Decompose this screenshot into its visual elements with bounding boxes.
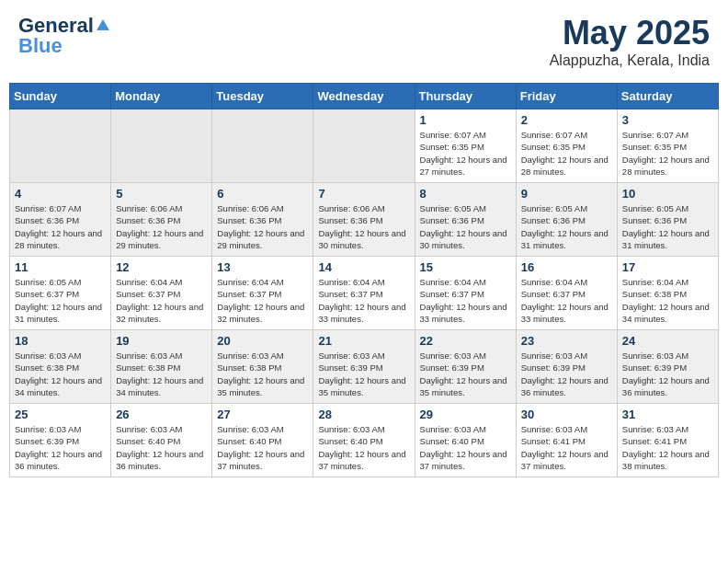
column-header-sunday: Sunday — [10, 84, 111, 109]
column-header-saturday: Saturday — [617, 84, 718, 109]
day-number: 21 — [318, 334, 409, 348]
day-number: 28 — [318, 408, 409, 421]
day-number: 6 — [217, 187, 308, 201]
calendar-cell-30: 30Sunrise: 6:03 AMSunset: 6:41 PMDayligh… — [516, 404, 617, 477]
day-number: 15 — [420, 260, 511, 274]
day-number: 13 — [217, 260, 308, 274]
day-info: Sunrise: 6:07 AMSunset: 6:35 PMDaylight:… — [420, 129, 511, 178]
day-number: 11 — [15, 260, 106, 274]
day-number: 22 — [420, 334, 511, 348]
month-year: May 2025 — [550, 14, 710, 52]
day-number: 1 — [420, 113, 511, 127]
calendar-cell-17: 17Sunrise: 6:04 AMSunset: 6:38 PMDayligh… — [617, 257, 718, 330]
title-section: May 2025 Alappuzha, Kerala, India — [550, 14, 710, 69]
calendar-cell-24: 24Sunrise: 6:03 AMSunset: 6:39 PMDayligh… — [617, 330, 718, 404]
calendar-cell-31: 31Sunrise: 6:03 AMSunset: 6:41 PMDayligh… — [617, 404, 718, 477]
calendar-cell-4: 4Sunrise: 6:07 AMSunset: 6:36 PMDaylight… — [10, 183, 111, 257]
column-header-monday: Monday — [111, 84, 212, 109]
calendar-cell-1: 1Sunrise: 6:07 AMSunset: 6:35 PMDaylight… — [415, 109, 516, 183]
calendar-cell-15: 15Sunrise: 6:04 AMSunset: 6:37 PMDayligh… — [415, 257, 516, 330]
day-number: 9 — [521, 187, 612, 201]
day-number: 19 — [116, 334, 207, 348]
day-number: 8 — [420, 187, 511, 201]
calendar-cell-10: 10Sunrise: 6:05 AMSunset: 6:36 PMDayligh… — [617, 183, 718, 257]
day-info: Sunrise: 6:04 AMSunset: 6:38 PMDaylight:… — [622, 276, 713, 325]
calendar-cell-23: 23Sunrise: 6:03 AMSunset: 6:39 PMDayligh… — [516, 330, 617, 404]
calendar-week-3: 11Sunrise: 6:05 AMSunset: 6:37 PMDayligh… — [10, 257, 719, 330]
day-info: Sunrise: 6:03 AMSunset: 6:40 PMDaylight:… — [116, 423, 207, 472]
day-number: 2 — [521, 113, 612, 127]
day-number: 29 — [420, 408, 511, 421]
logo-blue: Blue — [18, 34, 63, 58]
day-number: 7 — [318, 187, 409, 201]
calendar-cell-12: 12Sunrise: 6:04 AMSunset: 6:37 PMDayligh… — [111, 257, 212, 330]
logo-icon — [95, 17, 111, 34]
calendar-cell-18: 18Sunrise: 6:03 AMSunset: 6:38 PMDayligh… — [10, 330, 111, 404]
calendar-cell-5: 5Sunrise: 6:06 AMSunset: 6:36 PMDaylight… — [111, 183, 212, 257]
day-info: Sunrise: 6:07 AMSunset: 6:35 PMDaylight:… — [521, 129, 612, 178]
day-info: Sunrise: 6:03 AMSunset: 6:39 PMDaylight:… — [318, 350, 409, 398]
day-number: 16 — [521, 260, 612, 274]
day-number: 30 — [521, 408, 612, 421]
calendar-cell-16: 16Sunrise: 6:04 AMSunset: 6:37 PMDayligh… — [516, 257, 617, 330]
column-header-wednesday: Wednesday — [313, 84, 415, 109]
column-header-thursday: Thursday — [415, 84, 516, 109]
calendar-cell-empty — [212, 109, 313, 183]
day-number: 4 — [15, 187, 106, 201]
day-number: 14 — [318, 260, 409, 274]
calendar-cell-empty — [10, 109, 111, 183]
calendar-cell-6: 6Sunrise: 6:06 AMSunset: 6:36 PMDaylight… — [212, 183, 313, 257]
calendar-cell-29: 29Sunrise: 6:03 AMSunset: 6:40 PMDayligh… — [415, 404, 516, 477]
day-number: 10 — [622, 187, 713, 201]
day-number: 18 — [15, 334, 106, 348]
day-number: 12 — [116, 260, 207, 274]
calendar-cell-11: 11Sunrise: 6:05 AMSunset: 6:37 PMDayligh… — [10, 257, 111, 330]
day-info: Sunrise: 6:05 AMSunset: 6:37 PMDaylight:… — [15, 276, 106, 325]
calendar-cell-empty — [313, 109, 415, 183]
calendar-week-1: 1Sunrise: 6:07 AMSunset: 6:35 PMDaylight… — [10, 109, 719, 183]
calendar-week-2: 4Sunrise: 6:07 AMSunset: 6:36 PMDaylight… — [10, 183, 719, 257]
svg-marker-0 — [97, 19, 109, 30]
calendar-week-4: 18Sunrise: 6:03 AMSunset: 6:38 PMDayligh… — [10, 330, 719, 404]
calendar-cell-28: 28Sunrise: 6:03 AMSunset: 6:40 PMDayligh… — [313, 404, 415, 477]
day-info: Sunrise: 6:03 AMSunset: 6:39 PMDaylight:… — [622, 350, 713, 398]
calendar-cell-empty — [111, 109, 212, 183]
location: Alappuzha, Kerala, India — [550, 52, 710, 69]
day-number: 23 — [521, 334, 612, 348]
day-info: Sunrise: 6:03 AMSunset: 6:41 PMDaylight:… — [521, 423, 612, 472]
calendar-cell-3: 3Sunrise: 6:07 AMSunset: 6:35 PMDaylight… — [617, 109, 718, 183]
day-info: Sunrise: 6:04 AMSunset: 6:37 PMDaylight:… — [217, 276, 308, 325]
day-info: Sunrise: 6:03 AMSunset: 6:40 PMDaylight:… — [318, 423, 409, 472]
day-info: Sunrise: 6:04 AMSunset: 6:37 PMDaylight:… — [116, 276, 207, 325]
day-info: Sunrise: 6:07 AMSunset: 6:36 PMDaylight:… — [15, 202, 106, 251]
day-number: 20 — [217, 334, 308, 348]
day-info: Sunrise: 6:03 AMSunset: 6:38 PMDaylight:… — [116, 350, 207, 398]
day-number: 27 — [217, 408, 308, 421]
calendar-cell-9: 9Sunrise: 6:05 AMSunset: 6:36 PMDaylight… — [516, 183, 617, 257]
calendar-cell-2: 2Sunrise: 6:07 AMSunset: 6:35 PMDaylight… — [516, 109, 617, 183]
day-info: Sunrise: 6:03 AMSunset: 6:40 PMDaylight:… — [217, 423, 308, 472]
day-info: Sunrise: 6:03 AMSunset: 6:39 PMDaylight:… — [15, 423, 106, 472]
calendar-cell-8: 8Sunrise: 6:05 AMSunset: 6:36 PMDaylight… — [415, 183, 516, 257]
day-number: 31 — [622, 408, 713, 421]
day-info: Sunrise: 6:06 AMSunset: 6:36 PMDaylight:… — [116, 202, 207, 251]
day-info: Sunrise: 6:07 AMSunset: 6:35 PMDaylight:… — [622, 129, 713, 178]
calendar-cell-14: 14Sunrise: 6:04 AMSunset: 6:37 PMDayligh… — [313, 257, 415, 330]
day-number: 26 — [116, 408, 207, 421]
day-number: 5 — [116, 187, 207, 201]
calendar-cell-19: 19Sunrise: 6:03 AMSunset: 6:38 PMDayligh… — [111, 330, 212, 404]
day-info: Sunrise: 6:04 AMSunset: 6:37 PMDaylight:… — [521, 276, 612, 325]
day-info: Sunrise: 6:06 AMSunset: 6:36 PMDaylight:… — [217, 202, 308, 251]
day-info: Sunrise: 6:03 AMSunset: 6:39 PMDaylight:… — [420, 350, 511, 398]
day-number: 24 — [622, 334, 713, 348]
calendar-cell-21: 21Sunrise: 6:03 AMSunset: 6:39 PMDayligh… — [313, 330, 415, 404]
day-info: Sunrise: 6:04 AMSunset: 6:37 PMDaylight:… — [420, 276, 511, 325]
day-info: Sunrise: 6:06 AMSunset: 6:36 PMDaylight:… — [318, 202, 409, 251]
logo: General Blue — [18, 14, 112, 58]
column-header-friday: Friday — [516, 84, 617, 109]
day-number: 17 — [622, 260, 713, 274]
day-info: Sunrise: 6:03 AMSunset: 6:38 PMDaylight:… — [15, 350, 106, 398]
calendar-cell-13: 13Sunrise: 6:04 AMSunset: 6:37 PMDayligh… — [212, 257, 313, 330]
day-info: Sunrise: 6:03 AMSunset: 6:40 PMDaylight:… — [420, 423, 511, 472]
calendar-cell-20: 20Sunrise: 6:03 AMSunset: 6:38 PMDayligh… — [212, 330, 313, 404]
